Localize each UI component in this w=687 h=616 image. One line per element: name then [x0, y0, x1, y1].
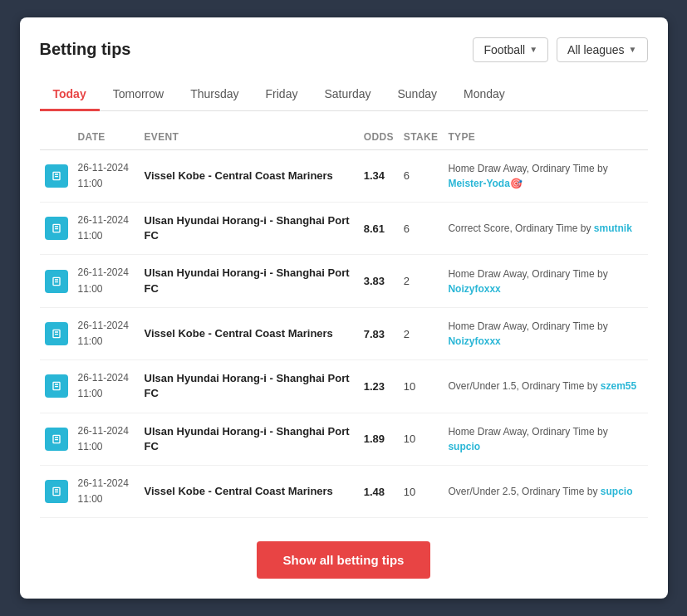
date-cell: 26-11-202411:00: [73, 307, 140, 359]
col-odds: ODDS: [359, 125, 399, 150]
col-type: TYPE: [443, 125, 647, 150]
table-row: 26-11-202411:00Vissel Kobe - Central Coa…: [40, 149, 648, 202]
bet-icon: [45, 374, 68, 398]
card-header: Betting tips Football ▼ All leagues ▼: [40, 37, 648, 62]
type-cell: Home Draw Away, Ordinary Time by Meister…: [443, 149, 647, 202]
football-filter-label: Football: [483, 43, 525, 56]
date-cell: 26-11-202411:00: [73, 255, 140, 307]
leagues-filter-label: All leagues: [567, 43, 625, 56]
odds-cell: 1.34: [359, 149, 399, 202]
odds-cell: 3.83: [359, 255, 399, 307]
table-row: 26-11-202411:00Vissel Kobe - Central Coa…: [40, 465, 648, 517]
bet-icon: [45, 428, 68, 451]
type-cell: Home Draw Away, Ordinary Time by supcio: [443, 413, 647, 465]
tab-monday[interactable]: Monday: [450, 79, 518, 111]
table-row: 26-11-202411:00Ulsan Hyundai Horang-i - …: [40, 360, 648, 413]
tab-saturday[interactable]: Saturday: [311, 79, 384, 111]
odds-cell: 1.48: [359, 465, 399, 517]
bet-icon: [45, 480, 68, 503]
date-cell: 26-11-202411:00: [73, 149, 140, 202]
author-link[interactable]: supcio: [448, 441, 480, 452]
table-row: 26-11-202411:00Ulsan Hyundai Horang-i - …: [40, 255, 648, 307]
type-cell: Over/Under 1.5, Ordinary Time by szem55: [443, 360, 647, 413]
tab-today[interactable]: Today: [40, 79, 100, 111]
odds-cell: 1.89: [359, 413, 399, 465]
table-row: 26-11-202411:00Ulsan Hyundai Horang-i - …: [40, 203, 648, 255]
stake-cell: 6: [399, 149, 444, 202]
col-stake: STAKE: [399, 125, 444, 150]
odds-cell: 8.61: [359, 203, 399, 255]
col-date: DATE: [73, 125, 140, 150]
type-cell: Over/Under 2.5, Ordinary Time by supcio: [443, 465, 647, 517]
stake-cell: 10: [399, 465, 444, 517]
show-more-wrap: Show all betting tips: [40, 541, 648, 579]
type-cell: Home Draw Away, Ordinary Time by Noizyfo…: [443, 255, 647, 307]
chevron-down-icon: ▼: [529, 45, 537, 54]
event-cell: Vissel Kobe - Central Coast Mariners: [140, 307, 359, 359]
col-event: EVENT: [140, 125, 359, 150]
event-cell: Vissel Kobe - Central Coast Mariners: [140, 149, 359, 202]
tab-thursday[interactable]: Thursday: [177, 79, 252, 111]
chevron-down-icon: ▼: [629, 45, 637, 54]
event-cell: Vissel Kobe - Central Coast Mariners: [140, 465, 359, 517]
type-cell: Home Draw Away, Ordinary Time by Noizyfo…: [443, 307, 647, 359]
event-cell: Ulsan Hyundai Horang-i - Shanghai Port F…: [140, 360, 359, 413]
date-cell: 26-11-202411:00: [73, 203, 140, 255]
tab-friday[interactable]: Friday: [253, 79, 312, 111]
tab-tomorrow[interactable]: Tomorrow: [100, 79, 177, 111]
author-link[interactable]: Noizyfoxxx: [448, 335, 500, 347]
filters: Football ▼ All leagues ▼: [473, 37, 647, 62]
author-link[interactable]: Noizyfoxxx: [448, 283, 500, 295]
show-all-tips-button[interactable]: Show all betting tips: [257, 541, 431, 579]
date-cell: 26-11-202411:00: [73, 360, 140, 413]
stake-cell: 10: [399, 413, 444, 465]
table-row: 26-11-202411:00Vissel Kobe - Central Coa…: [40, 307, 648, 359]
football-filter[interactable]: Football ▼: [473, 37, 548, 62]
odds-cell: 1.23: [359, 360, 399, 413]
table-row: 26-11-202411:00Ulsan Hyundai Horang-i - …: [40, 413, 648, 465]
col-icon: [40, 125, 73, 150]
event-cell: Ulsan Hyundai Horang-i - Shanghai Port F…: [140, 413, 359, 465]
page-title: Betting tips: [40, 40, 131, 59]
odds-cell: 7.83: [359, 307, 399, 359]
date-cell: 26-11-202411:00: [73, 413, 140, 465]
leagues-filter[interactable]: All leagues ▼: [557, 37, 647, 62]
bet-icon: [45, 322, 68, 345]
bet-icon: [45, 270, 68, 293]
author-link[interactable]: supcio: [601, 486, 633, 497]
event-cell: Ulsan Hyundai Horang-i - Shanghai Port F…: [140, 255, 359, 307]
stake-cell: 2: [399, 255, 444, 307]
author-link[interactable]: szem55: [601, 380, 636, 392]
bet-icon: [45, 217, 68, 240]
betting-tips-card: Betting tips Football ▼ All leagues ▼ To…: [20, 17, 668, 599]
stake-cell: 2: [399, 307, 444, 359]
stake-cell: 10: [399, 360, 444, 413]
tab-sunday[interactable]: Sunday: [384, 79, 449, 111]
stake-cell: 6: [399, 203, 444, 255]
author-link[interactable]: smutnik: [594, 222, 632, 234]
type-cell: Correct Score, Ordinary Time by smutnik: [443, 203, 647, 255]
author-link[interactable]: Meister-Yoda🎯: [448, 178, 522, 189]
bet-icon: [45, 164, 68, 188]
event-cell: Ulsan Hyundai Horang-i - Shanghai Port F…: [140, 203, 359, 255]
date-cell: 26-11-202411:00: [73, 465, 140, 517]
tabs-bar: Today Tomorrow Thursday Friday Saturday …: [40, 79, 648, 111]
bets-table: DATE EVENT ODDS STAKE TYPE 26-11-202411:…: [40, 125, 648, 519]
